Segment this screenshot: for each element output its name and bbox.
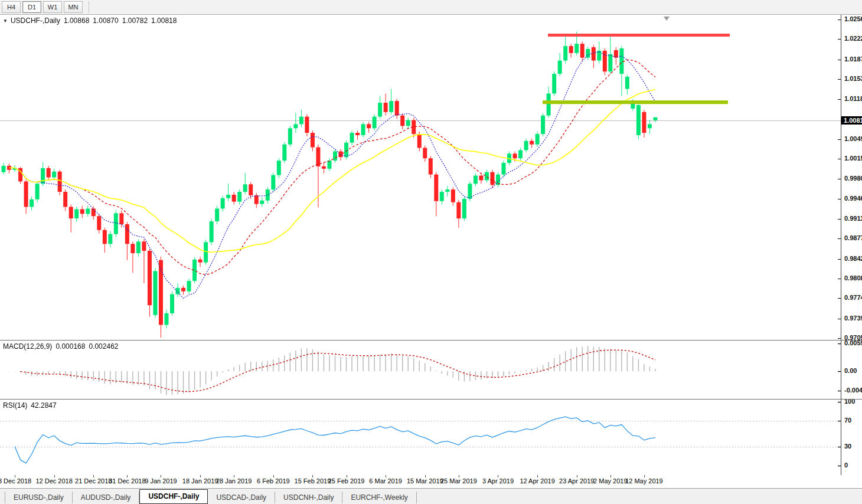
panel-separator bbox=[0, 399, 862, 400]
macd-indicator-name: MACD(12,26,9) bbox=[3, 342, 52, 351]
date-tick-label: 12 May 2019 bbox=[625, 477, 663, 485]
price-tick-label: 1.01870 bbox=[844, 55, 862, 63]
panel-separator bbox=[0, 340, 862, 341]
date-axis[interactable]: 3 Dec 201812 Dec 201821 Dec 201831 Dec 2… bbox=[0, 475, 862, 488]
macd-axis: 0.005970.00-0.004243 bbox=[841, 341, 862, 400]
date-tick-label: 2 May 2019 bbox=[593, 477, 627, 485]
collapse-triangle-icon[interactable]: ▼ bbox=[3, 18, 8, 24]
ohlc-open: 1.00868 bbox=[64, 17, 89, 25]
chart-title: ▼USDCHF-,Daily1.008681.008701.007821.008… bbox=[3, 17, 177, 25]
date-tick-label: 25 Mar 2019 bbox=[440, 477, 477, 485]
timeframe-button-mn[interactable]: MN bbox=[64, 1, 83, 13]
date-tick-label: 6 Mar 2019 bbox=[369, 477, 402, 485]
timeframe-button-w1[interactable]: W1 bbox=[43, 1, 62, 13]
tab-usdcaddaily[interactable]: USDCAD-,Daily bbox=[208, 492, 275, 503]
date-tick-label: 21 Dec 2018 bbox=[75, 477, 112, 485]
macd-tick-label: -0.004243 bbox=[844, 387, 862, 394]
timeframe-button-h4[interactable]: H4 bbox=[2, 1, 21, 13]
rsi-tick-label: 30 bbox=[844, 443, 851, 450]
date-tick-label: 6 Feb 2019 bbox=[257, 477, 290, 485]
price-tick-label: 0.98080 bbox=[844, 274, 862, 282]
timeframe-buttons: H4D1W1MN bbox=[0, 0, 83, 10]
rsi-value: 42.2847 bbox=[31, 401, 56, 410]
price-tick-label: 0.99460 bbox=[844, 195, 862, 202]
price-tick-label: 0.97740 bbox=[844, 294, 862, 301]
date-tick-label: 3 Apr 2019 bbox=[482, 477, 514, 485]
ohlc-high: 1.00870 bbox=[93, 17, 118, 25]
date-tick-label: 28 Jan 2019 bbox=[216, 477, 252, 485]
ohlc-low: 1.00782 bbox=[122, 17, 148, 25]
price-chart-canvas[interactable] bbox=[0, 15, 841, 341]
price-tick-label: 0.98770 bbox=[844, 234, 862, 241]
price-tick-label: 1.00150 bbox=[844, 155, 862, 162]
rsi-label: RSI(14)42.2847 bbox=[3, 401, 57, 410]
current-price-tag: 1.00818 bbox=[841, 116, 862, 125]
date-tick-label: 15 Feb 2019 bbox=[295, 477, 331, 485]
macd-panel: MACD(12,26,9)0.0001680.002462 0.005970.0… bbox=[0, 341, 862, 400]
toolbar-separator bbox=[89, 1, 89, 13]
tab-usdcnhdaily[interactable]: USDCNH-,Daily bbox=[275, 492, 342, 503]
symbol-tab-bar: EURUSD-,DailyAUDUSD-,DailyUSDCHF-,DailyU… bbox=[0, 488, 862, 504]
price-tick-label: 0.97390 bbox=[844, 315, 862, 322]
chart-shift-marker[interactable] bbox=[664, 17, 670, 21]
rsi-indicator-name: RSI(14) bbox=[3, 401, 27, 410]
macd-tick-label: 0.00 bbox=[844, 367, 857, 374]
chart-symbol-label: USDCHF-,Daily bbox=[11, 17, 60, 25]
macd-chart-canvas[interactable] bbox=[0, 341, 841, 400]
price-tick-label: 1.01180 bbox=[844, 95, 862, 102]
date-tick-label: 31 Dec 2018 bbox=[109, 477, 145, 485]
price-tick-label: 0.99110 bbox=[844, 215, 862, 222]
rsi-tick-label: 0 bbox=[844, 462, 848, 469]
tab-audusddaily[interactable]: AUDUSD-,Daily bbox=[73, 492, 140, 503]
rsi-chart-canvas[interactable] bbox=[0, 400, 841, 475]
date-tick-label: 25 Feb 2019 bbox=[328, 477, 365, 485]
price-tick-label: 1.01530 bbox=[844, 75, 862, 82]
date-tick-label: 12 Apr 2019 bbox=[520, 477, 554, 485]
rsi-tick-label: 70 bbox=[844, 417, 851, 424]
date-tick-label: 12 Dec 2018 bbox=[35, 477, 72, 485]
price-tick-label: 1.00490 bbox=[844, 135, 862, 142]
price-tick-label: 1.02220 bbox=[844, 35, 862, 42]
date-tick-label: 15 Mar 2019 bbox=[407, 477, 443, 485]
rsi-panel: RSI(14)42.2847 10070300 bbox=[0, 400, 862, 475]
date-tick-label: 9 Jan 2019 bbox=[145, 477, 177, 485]
date-tick-label: 3 Dec 2018 bbox=[0, 477, 31, 485]
date-tick-label: 18 Jan 2019 bbox=[182, 477, 218, 485]
axis-separator bbox=[841, 15, 841, 475]
macd-value-signal: 0.002462 bbox=[89, 342, 118, 351]
tab-eurchfweekly[interactable]: EURCHF-,Weekly bbox=[342, 492, 416, 503]
rsi-axis: 10070300 bbox=[841, 400, 862, 475]
date-tick-label: 23 Apr 2019 bbox=[559, 477, 594, 485]
price-tick-label: 0.99800 bbox=[844, 175, 862, 182]
macd-label: MACD(12,26,9)0.0001680.002462 bbox=[3, 342, 119, 351]
price-tick-label: 1.02560 bbox=[844, 15, 862, 22]
price-axis[interactable]: 1.025601.022201.018701.015301.011801.004… bbox=[841, 15, 862, 341]
timeframe-button-d1[interactable]: D1 bbox=[22, 1, 41, 13]
timeframe-toolbar: H4D1W1MN bbox=[0, 0, 862, 15]
trading-terminal-window: H4D1W1MN ▼USDCHF-,Daily1.008681.008701.0… bbox=[0, 0, 862, 504]
main-chart-panel: ▼USDCHF-,Daily1.008681.008701.007821.008… bbox=[0, 15, 862, 341]
tab-usdchfdaily[interactable]: USDCHF-,Daily bbox=[139, 489, 208, 504]
ohlc-close: 1.00818 bbox=[151, 17, 177, 25]
price-tick-label: 0.98420 bbox=[844, 255, 862, 262]
macd-value-main: 0.000168 bbox=[55, 342, 85, 351]
tab-eurusddaily[interactable]: EURUSD-,Daily bbox=[5, 492, 73, 503]
